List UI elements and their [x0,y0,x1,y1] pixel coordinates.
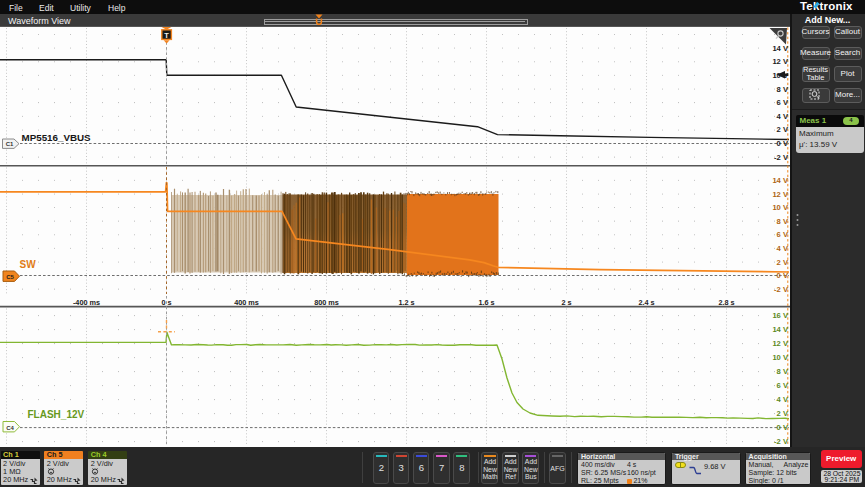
svg-text:0 V: 0 V [777,139,789,148]
svg-text:14 V: 14 V [772,44,789,53]
svg-text:2.4 s: 2.4 s [638,298,654,307]
svg-text:C5: C5 [6,274,14,280]
svg-text:2 V: 2 V [777,409,789,418]
svg-text:4 V: 4 V [777,395,789,404]
svg-text:2.8 s: 2.8 s [718,298,734,307]
svg-text:8 V: 8 V [777,217,789,226]
svg-text:14 V: 14 V [772,176,789,185]
svg-text:12 V: 12 V [772,57,789,66]
svg-text:1.2 s: 1.2 s [398,298,414,307]
svg-text:0 V: 0 V [777,271,789,280]
svg-text:4 V: 4 V [777,244,789,253]
svg-text:-400 ms: -400 ms [73,298,100,307]
svg-text:MP5516_VBUS: MP5516_VBUS [22,132,92,143]
svg-text:1.6 s: 1.6 s [478,298,494,307]
svg-text:10 V: 10 V [772,203,789,212]
svg-text:0 s: 0 s [161,298,171,307]
svg-text:6 V: 6 V [777,381,789,390]
svg-text:800 ms: 800 ms [314,298,339,307]
svg-text:FLASH_12V: FLASH_12V [28,409,85,420]
svg-text:12 V: 12 V [772,190,789,199]
svg-text:4 V: 4 V [777,112,789,121]
svg-text:12 V: 12 V [772,339,789,348]
svg-text:2 s: 2 s [561,298,571,307]
svg-text:2 V: 2 V [777,258,789,267]
svg-text:-2 V: -2 V [774,153,789,162]
svg-text:10 V: 10 V [772,71,789,80]
svg-text:14 V: 14 V [772,325,789,334]
svg-text:C4: C4 [6,425,14,431]
svg-text:SW: SW [20,259,37,270]
svg-text:6 V: 6 V [777,98,789,107]
svg-text:T: T [164,31,169,40]
svg-text:0 V: 0 V [777,423,789,432]
svg-text:400 ms: 400 ms [234,298,259,307]
svg-text:10 V: 10 V [772,353,789,362]
svg-text:6 V: 6 V [777,230,789,239]
svg-text:16 V: 16 V [772,311,789,320]
svg-text:-2 V: -2 V [774,285,789,294]
svg-text:8 V: 8 V [777,85,789,94]
svg-text:C1: C1 [6,141,14,147]
svg-text:8 V: 8 V [777,367,789,376]
svg-text:-2 V: -2 V [774,437,789,446]
svg-text:2 V: 2 V [777,125,789,134]
